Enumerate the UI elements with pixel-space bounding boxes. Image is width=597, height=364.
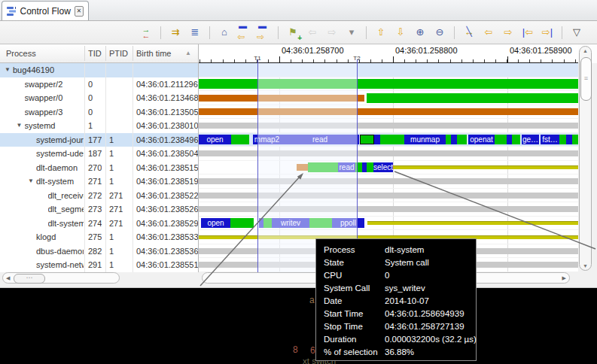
time-graph-row[interactable] — [199, 202, 578, 217]
state-segment[interactable] — [367, 162, 373, 172]
state-segment[interactable] — [374, 135, 380, 144]
tree-row[interactable]: dlt_segmented27327104:36:01.238526339 — [0, 202, 198, 217]
hide-arrows-icon[interactable]: ↔╲ — [461, 25, 477, 40]
show-legend-icon[interactable]: ≣ — [187, 25, 203, 40]
select-next-state-change-icon[interactable]: ▬⇨ — [256, 25, 271, 40]
tree-row[interactable]: dlt-system27427104:36:01.238529439 — [0, 217, 198, 231]
tree-hscroll-thumb[interactable]: ⋯ — [14, 274, 45, 284]
time-graph-row[interactable] — [199, 189, 578, 203]
scroll-down-icon[interactable]: ▼ — [580, 263, 591, 268]
state-segment[interactable] — [572, 135, 578, 144]
prev-event-icon[interactable]: ⇦ — [481, 25, 496, 40]
time-graph-row[interactable] — [199, 119, 578, 133]
tree-row[interactable]: systemd-journal177104:36:01.238496539 — [0, 133, 198, 147]
state-segment[interactable] — [367, 221, 578, 225]
state-segment-open[interactable]: open — [199, 135, 231, 144]
state-segment[interactable] — [199, 193, 578, 199]
state-segment[interactable] — [199, 178, 578, 184]
time-graph-row[interactable] — [199, 91, 578, 105]
expand-arrow-icon[interactable]: ▼ — [17, 119, 23, 133]
add-bookmark-icon[interactable]: ⚑+ — [285, 25, 300, 40]
tree-row[interactable]: ▼dlt-system271104:36:01.238519239 — [0, 174, 198, 189]
marker-menu-icon[interactable]: ▾ — [344, 25, 359, 40]
tab-close-icon[interactable]: ✕ — [75, 6, 84, 17]
next-event-icon[interactable]: ⇨ — [501, 25, 516, 40]
tree-row[interactable]: ▼bug446190 — [0, 63, 198, 77]
tree-row[interactable]: ▼systemd104:36:01.238010139 — [0, 119, 198, 133]
state-segment[interactable] — [559, 135, 566, 144]
time-graph-row[interactable] — [199, 77, 578, 92]
view-menu-icon[interactable]: ▽ — [569, 25, 584, 40]
tree-row[interactable]: dlt_receiver27227104:36:01.238522639 — [0, 189, 198, 203]
state-segment[interactable] — [393, 165, 578, 169]
state-segment[interactable] — [199, 108, 578, 115]
state-segment[interactable] — [199, 206, 578, 212]
state-segment[interactable] — [367, 93, 578, 103]
column-divider[interactable] — [84, 46, 85, 61]
state-segment[interactable] — [199, 150, 578, 156]
state-segment-munmap[interactable]: munmap — [404, 135, 446, 144]
state-segment[interactable] — [199, 123, 578, 129]
move-down-icon[interactable]: ⇩ — [393, 25, 408, 40]
sort-indicator-icon[interactable]: ▲ — [185, 44, 191, 62]
state-segment-openat[interactable]: openat — [468, 135, 495, 144]
column-header-ptid[interactable]: PTID — [109, 44, 128, 62]
tree-row[interactable]: klogd275104:36:01.238533139 — [0, 230, 198, 244]
expand-arrow-icon[interactable]: ▼ — [28, 174, 34, 189]
zoom-in-icon[interactable]: ⊕ — [413, 25, 428, 40]
scroll-left-icon[interactable]: ◀ — [6, 273, 10, 283]
time-graph-row[interactable] — [199, 105, 578, 120]
tree-row[interactable]: systemd-network291104:36:01.238551839 — [0, 258, 198, 272]
align-views-icon[interactable]: →← — [139, 25, 154, 40]
expand-arrow-icon[interactable]: ▼ — [5, 63, 11, 77]
state-segment-select[interactable]: select — [373, 162, 393, 172]
select-prev-state-change-icon[interactable]: ▬⇦ — [236, 25, 251, 40]
tree-row[interactable]: swapper/2004:36:01.211296639 — [0, 77, 198, 92]
tree-row[interactable]: systemd-udevd187104:36:01.238504039 — [0, 147, 198, 161]
state-segment-ge[interactable]: ge… — [522, 135, 539, 144]
tab-control-flow[interactable]: Control Flow ✕ — [2, 1, 89, 20]
timeline-header[interactable]: 04:36:01.25870004:36:01.25880004:36:01.2… — [199, 44, 578, 63]
zoom-out-icon[interactable]: ⊖ — [432, 25, 447, 40]
column-divider[interactable] — [105, 46, 106, 61]
state-segment-open[interactable]: open — [201, 218, 230, 228]
time-graph-row[interactable] — [199, 174, 578, 189]
tree-horizontal-scrollbar[interactable]: ◀ ⋯ — [2, 272, 120, 284]
time-graph-row[interactable] — [199, 63, 578, 77]
tree-row[interactable]: dbus-daemon282104:36:01.238536639 — [0, 244, 198, 259]
scroll-right-icon[interactable]: ▶ — [562, 273, 566, 283]
time-graph-row[interactable]: readselect — [199, 161, 578, 175]
state-segment[interactable] — [495, 135, 507, 144]
prev-page-icon[interactable]: |⇦ — [520, 25, 535, 40]
move-up-icon[interactable]: ⇧ — [373, 25, 388, 40]
tree-row[interactable]: swapper/0004:36:01.213468939 — [0, 91, 198, 105]
vertical-scrollbar[interactable]: ▲ ≡ ▼ — [579, 46, 592, 271]
tooltip-label: State — [324, 256, 385, 269]
tree-row[interactable]: dlt-daemon270104:36:01.238515639 — [0, 161, 198, 175]
vscroll-thumb[interactable]: ≡ — [580, 57, 592, 101]
time-graph-row[interactable]: openwritevppoll — [199, 217, 578, 231]
state-segment[interactable] — [231, 135, 249, 144]
column-header-process[interactable]: Process — [6, 44, 36, 62]
state-segment-fst[interactable]: fst… — [541, 135, 559, 144]
column-header-tid[interactable]: TID — [88, 44, 102, 62]
state-segment[interactable] — [512, 135, 520, 144]
next-page-icon[interactable]: ⇨| — [540, 25, 555, 40]
time-graph-row[interactable] — [199, 147, 578, 161]
home-reset-zoom-icon[interactable]: ⌂ — [217, 25, 232, 40]
state-segment[interactable] — [199, 79, 578, 89]
state-segment[interactable] — [230, 218, 254, 228]
scroll-up-icon[interactable]: ▲ — [580, 48, 591, 53]
column-divider[interactable] — [132, 46, 133, 61]
time-graph-row[interactable]: openmmap2readmunmapopenatge…fst… — [199, 133, 578, 147]
column-header-birth-time[interactable]: Birth time — [136, 44, 171, 62]
state-segment[interactable] — [457, 135, 467, 144]
state-segment[interactable] — [446, 135, 451, 144]
tree-row[interactable]: swapper/3004:36:01.213505539 — [0, 105, 198, 120]
state-segment[interactable] — [566, 135, 572, 144]
state-segment[interactable] — [451, 135, 457, 144]
state-segment[interactable] — [507, 135, 512, 144]
state-segment[interactable] — [380, 135, 404, 144]
state-segment[interactable] — [360, 135, 374, 144]
follow-thread-icon[interactable]: ⇉ — [168, 25, 183, 40]
